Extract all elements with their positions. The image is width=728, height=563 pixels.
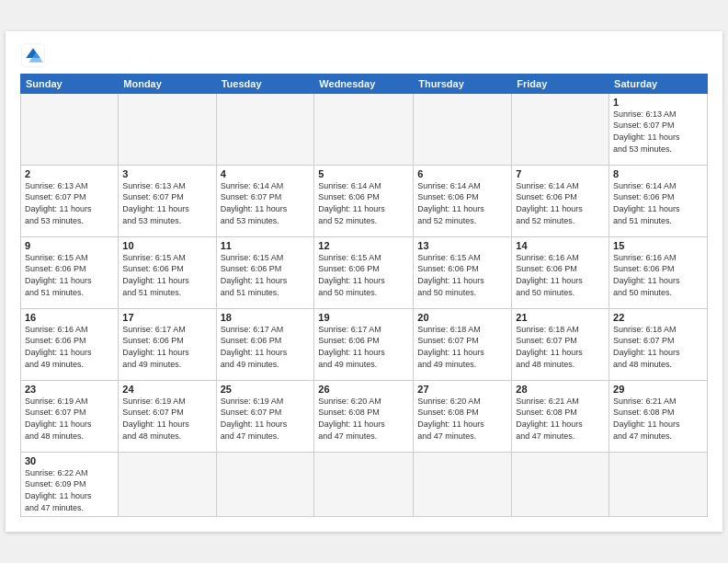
day-number: 10 bbox=[122, 240, 211, 251]
day-number: 19 bbox=[318, 312, 409, 323]
day-cell: 27Sunrise: 6:20 AMSunset: 6:08 PMDayligh… bbox=[414, 380, 512, 452]
day-info: Sunrise: 6:16 AMSunset: 6:06 PMDaylight:… bbox=[25, 324, 114, 370]
day-cell bbox=[512, 452, 609, 516]
day-cell: 9Sunrise: 6:15 AMSunset: 6:06 PMDaylight… bbox=[21, 236, 119, 308]
day-info: Sunrise: 6:13 AMSunset: 6:07 PMDaylight:… bbox=[25, 180, 114, 226]
day-cell: 22Sunrise: 6:18 AMSunset: 6:07 PMDayligh… bbox=[609, 308, 708, 380]
day-cell: 23Sunrise: 6:19 AMSunset: 6:07 PMDayligh… bbox=[21, 380, 119, 452]
calendar-header bbox=[20, 42, 708, 68]
day-info: Sunrise: 6:14 AMSunset: 6:06 PMDaylight:… bbox=[417, 180, 507, 226]
day-number: 25 bbox=[221, 384, 311, 395]
day-number: 7 bbox=[516, 168, 605, 179]
day-info: Sunrise: 6:14 AMSunset: 6:06 PMDaylight:… bbox=[613, 180, 703, 226]
day-cell: 28Sunrise: 6:21 AMSunset: 6:08 PMDayligh… bbox=[512, 380, 609, 452]
day-cell: 4Sunrise: 6:14 AMSunset: 6:07 PMDaylight… bbox=[216, 165, 314, 236]
day-number: 3 bbox=[122, 168, 211, 179]
calendar-table: SundayMondayTuesdayWednesdayThursdayFrid… bbox=[20, 74, 708, 517]
weekday-tuesday: Tuesday bbox=[216, 74, 314, 93]
day-cell: 1Sunrise: 6:13 AMSunset: 6:07 PMDaylight… bbox=[609, 93, 708, 165]
day-cell: 8Sunrise: 6:14 AMSunset: 6:06 PMDaylight… bbox=[609, 165, 708, 236]
day-cell bbox=[314, 452, 414, 516]
day-cell: 21Sunrise: 6:18 AMSunset: 6:07 PMDayligh… bbox=[512, 308, 609, 380]
day-info: Sunrise: 6:19 AMSunset: 6:07 PMDaylight:… bbox=[122, 396, 211, 442]
day-cell bbox=[512, 93, 609, 165]
day-cell: 17Sunrise: 6:17 AMSunset: 6:06 PMDayligh… bbox=[119, 308, 216, 380]
day-number: 2 bbox=[25, 168, 114, 179]
day-number: 20 bbox=[417, 312, 507, 323]
calendar-container: SundayMondayTuesdayWednesdayThursdayFrid… bbox=[6, 31, 722, 532]
weekday-sunday: Sunday bbox=[21, 74, 119, 93]
day-info: Sunrise: 6:15 AMSunset: 6:06 PMDaylight:… bbox=[25, 252, 114, 298]
day-cell: 11Sunrise: 6:15 AMSunset: 6:06 PMDayligh… bbox=[216, 236, 314, 308]
day-number: 26 bbox=[318, 384, 409, 395]
day-info: Sunrise: 6:18 AMSunset: 6:07 PMDaylight:… bbox=[417, 324, 507, 370]
logo bbox=[20, 42, 50, 68]
day-cell: 15Sunrise: 6:16 AMSunset: 6:06 PMDayligh… bbox=[609, 236, 708, 308]
day-info: Sunrise: 6:17 AMSunset: 6:06 PMDaylight:… bbox=[318, 324, 409, 370]
week-row-3: 9Sunrise: 6:15 AMSunset: 6:06 PMDaylight… bbox=[21, 236, 708, 308]
day-number: 30 bbox=[25, 455, 114, 466]
day-cell bbox=[609, 452, 708, 516]
week-row-2: 2Sunrise: 6:13 AMSunset: 6:07 PMDaylight… bbox=[21, 165, 708, 236]
day-info: Sunrise: 6:20 AMSunset: 6:08 PMDaylight:… bbox=[417, 396, 507, 442]
day-cell bbox=[414, 452, 512, 516]
day-cell: 20Sunrise: 6:18 AMSunset: 6:07 PMDayligh… bbox=[414, 308, 512, 380]
week-row-5: 23Sunrise: 6:19 AMSunset: 6:07 PMDayligh… bbox=[21, 380, 708, 452]
day-cell bbox=[21, 93, 119, 165]
day-info: Sunrise: 6:19 AMSunset: 6:07 PMDaylight:… bbox=[221, 396, 311, 442]
day-info: Sunrise: 6:18 AMSunset: 6:07 PMDaylight:… bbox=[613, 324, 703, 370]
day-info: Sunrise: 6:17 AMSunset: 6:06 PMDaylight:… bbox=[221, 324, 311, 370]
day-number: 29 bbox=[613, 384, 703, 395]
week-row-4: 16Sunrise: 6:16 AMSunset: 6:06 PMDayligh… bbox=[21, 308, 708, 380]
day-info: Sunrise: 6:21 AMSunset: 6:08 PMDaylight:… bbox=[516, 396, 605, 442]
day-number: 28 bbox=[516, 384, 605, 395]
day-cell: 30Sunrise: 6:22 AMSunset: 6:09 PMDayligh… bbox=[21, 452, 119, 516]
day-info: Sunrise: 6:14 AMSunset: 6:07 PMDaylight:… bbox=[221, 180, 311, 226]
weekday-wednesday: Wednesday bbox=[314, 74, 414, 93]
day-number: 8 bbox=[613, 168, 703, 179]
day-cell: 19Sunrise: 6:17 AMSunset: 6:06 PMDayligh… bbox=[314, 308, 414, 380]
day-info: Sunrise: 6:13 AMSunset: 6:07 PMDaylight:… bbox=[122, 180, 211, 226]
day-cell bbox=[119, 452, 216, 516]
day-info: Sunrise: 6:18 AMSunset: 6:07 PMDaylight:… bbox=[516, 324, 605, 370]
day-info: Sunrise: 6:19 AMSunset: 6:07 PMDaylight:… bbox=[25, 396, 114, 442]
day-cell: 18Sunrise: 6:17 AMSunset: 6:06 PMDayligh… bbox=[216, 308, 314, 380]
day-number: 9 bbox=[25, 240, 114, 251]
day-number: 15 bbox=[613, 240, 703, 251]
logo-icon bbox=[20, 42, 46, 68]
day-number: 13 bbox=[417, 240, 507, 251]
day-cell: 25Sunrise: 6:19 AMSunset: 6:07 PMDayligh… bbox=[216, 380, 314, 452]
day-cell: 26Sunrise: 6:20 AMSunset: 6:08 PMDayligh… bbox=[314, 380, 414, 452]
weekday-monday: Monday bbox=[119, 74, 216, 93]
day-info: Sunrise: 6:15 AMSunset: 6:06 PMDaylight:… bbox=[122, 252, 211, 298]
day-cell bbox=[314, 93, 414, 165]
day-cell: 2Sunrise: 6:13 AMSunset: 6:07 PMDaylight… bbox=[21, 165, 119, 236]
week-row-1: 1Sunrise: 6:13 AMSunset: 6:07 PMDaylight… bbox=[21, 93, 708, 165]
day-cell: 6Sunrise: 6:14 AMSunset: 6:06 PMDaylight… bbox=[414, 165, 512, 236]
day-cell: 16Sunrise: 6:16 AMSunset: 6:06 PMDayligh… bbox=[21, 308, 119, 380]
day-info: Sunrise: 6:21 AMSunset: 6:08 PMDaylight:… bbox=[613, 396, 703, 442]
day-number: 18 bbox=[221, 312, 311, 323]
day-cell bbox=[216, 452, 314, 516]
day-number: 23 bbox=[25, 384, 114, 395]
weekday-friday: Friday bbox=[512, 74, 609, 93]
day-number: 1 bbox=[613, 97, 703, 108]
weekday-saturday: Saturday bbox=[609, 74, 708, 93]
day-info: Sunrise: 6:16 AMSunset: 6:06 PMDaylight:… bbox=[613, 252, 703, 298]
day-cell: 10Sunrise: 6:15 AMSunset: 6:06 PMDayligh… bbox=[119, 236, 216, 308]
day-cell: 5Sunrise: 6:14 AMSunset: 6:06 PMDaylight… bbox=[314, 165, 414, 236]
day-number: 21 bbox=[516, 312, 605, 323]
day-number: 14 bbox=[516, 240, 605, 251]
day-number: 16 bbox=[25, 312, 114, 323]
day-cell: 7Sunrise: 6:14 AMSunset: 6:06 PMDaylight… bbox=[512, 165, 609, 236]
day-cell: 3Sunrise: 6:13 AMSunset: 6:07 PMDaylight… bbox=[119, 165, 216, 236]
day-number: 27 bbox=[417, 384, 507, 395]
day-info: Sunrise: 6:20 AMSunset: 6:08 PMDaylight:… bbox=[318, 396, 409, 442]
day-info: Sunrise: 6:22 AMSunset: 6:09 PMDaylight:… bbox=[25, 467, 114, 513]
day-info: Sunrise: 6:15 AMSunset: 6:06 PMDaylight:… bbox=[221, 252, 311, 298]
day-number: 11 bbox=[221, 240, 311, 251]
day-number: 4 bbox=[221, 168, 311, 179]
day-number: 24 bbox=[122, 384, 211, 395]
day-info: Sunrise: 6:15 AMSunset: 6:06 PMDaylight:… bbox=[417, 252, 507, 298]
weekday-header-row: SundayMondayTuesdayWednesdayThursdayFrid… bbox=[21, 74, 708, 93]
